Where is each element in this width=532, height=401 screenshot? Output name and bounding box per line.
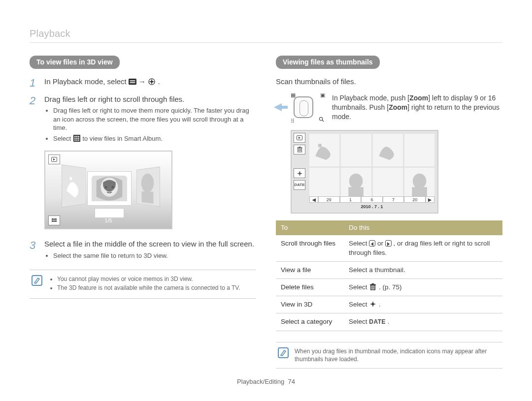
- svg-point-22: [69, 177, 72, 180]
- step-number: 2: [30, 94, 38, 145]
- step-2: 2 Drag files left or right to scroll thr…: [30, 94, 256, 145]
- svg-rect-12: [76, 139, 78, 141]
- th-to: To: [276, 220, 344, 235]
- note-icon: [32, 275, 42, 286]
- note-icon: [278, 347, 289, 358]
- date-icon: DATE: [369, 318, 386, 325]
- step2-sub2: Select to view files in Smart Album.: [53, 134, 256, 143]
- note-box-3d: You cannot play movies or voice memos in…: [30, 270, 256, 298]
- left-arrow-icon: [274, 103, 282, 111]
- zoom-lever-graphic: ▦ ▣ ⠿: [276, 93, 325, 123]
- svg-point-28: [319, 118, 322, 121]
- num-cell: 7: [383, 196, 404, 203]
- svg-rect-0: [129, 79, 136, 85]
- left-chevron-icon: [369, 240, 375, 247]
- num-cell: 20: [404, 196, 426, 203]
- cell-label: View a file: [276, 261, 344, 278]
- svg-rect-13: [78, 139, 79, 141]
- menu-icon: [129, 78, 136, 85]
- step-number: 3: [30, 239, 38, 262]
- svg-rect-8: [74, 138, 76, 139]
- svg-rect-16: [52, 218, 53, 220]
- svg-rect-5: [74, 136, 76, 137]
- svg-marker-15: [53, 158, 55, 161]
- svg-rect-7: [78, 136, 79, 137]
- play-icon: [294, 133, 305, 143]
- arrow-text: →: [138, 77, 148, 86]
- svg-point-41: [413, 174, 427, 189]
- 3d-fan-icon: [294, 168, 305, 178]
- table-header-row: To Do this: [276, 220, 502, 235]
- step2-sub2a: Select: [53, 135, 73, 142]
- step3-main: Select a file in the middle of the scree…: [44, 239, 256, 249]
- cell-do: Select or , or drag files left or right …: [344, 235, 502, 261]
- svg-rect-45: [372, 283, 374, 284]
- svg-rect-34: [299, 147, 300, 148]
- scan-subtext: Scan thumbnails of files.: [276, 77, 502, 87]
- page-footer: Playback/Editing 74: [30, 377, 502, 386]
- pill-thumbnails: Viewing files as thumbnails: [276, 56, 380, 69]
- note-text: When you drag files in thumbnail mode, i…: [295, 347, 500, 363]
- section-title: Playback: [30, 27, 502, 43]
- svg-line-29: [322, 121, 324, 122]
- right-column: Viewing files as thumbnails Scan thumbna…: [276, 56, 502, 369]
- step2-sub1: Drag files left or right to move them mo…: [53, 106, 256, 132]
- zoom-shuttle-icon: [294, 96, 313, 118]
- magnifier-icon: [319, 117, 324, 124]
- pill-3d-view: To view files in 3D view: [30, 56, 120, 69]
- actions-table: To Do this Scroll through files Select o…: [276, 220, 502, 331]
- next-arrow-icon: ▶: [426, 196, 434, 203]
- cell-do: Select . (p. 75): [344, 279, 502, 296]
- trash-icon: [294, 145, 305, 154]
- grid-icon: [73, 135, 81, 142]
- svg-rect-9: [76, 138, 78, 139]
- left-column: To view files in 3D view 1 In Playback m…: [30, 56, 256, 369]
- svg-rect-24: [142, 191, 154, 204]
- svg-point-26: [105, 186, 107, 188]
- date-icon: DATE: [294, 180, 305, 190]
- svg-point-27: [112, 186, 114, 188]
- svg-rect-2: [130, 82, 135, 83]
- cell-do: Select .: [344, 296, 502, 313]
- step-3: 3 Select a file in the middle of the scr…: [30, 239, 256, 262]
- cell-do: Select a thumbnail.: [344, 261, 502, 278]
- svg-rect-44: [370, 284, 376, 285]
- single-icon: ▣: [320, 92, 325, 99]
- svg-rect-10: [78, 138, 79, 139]
- svg-rect-17: [54, 218, 55, 220]
- 3d-fan-icon: [148, 78, 156, 85]
- num-cell: 6: [361, 196, 383, 203]
- th-do: Do this: [344, 220, 502, 235]
- step-1: 1 In Playback mode, select → .: [30, 77, 256, 89]
- svg-point-39: [349, 174, 363, 189]
- step-number: 1: [30, 77, 38, 89]
- svg-rect-11: [74, 139, 76, 141]
- thumbnail-grid: [309, 134, 434, 195]
- cell-label: Scroll through files: [276, 235, 344, 261]
- 3d-view-illustration: 1/5: [44, 151, 172, 229]
- zoom-text: In Playback mode, push [Zoom] left to di…: [332, 93, 502, 123]
- prev-arrow-icon: ◀: [309, 196, 318, 203]
- svg-point-38: [318, 144, 322, 148]
- svg-point-23: [141, 173, 154, 193]
- note-a: You cannot play movies or voice memos in…: [57, 275, 240, 283]
- svg-marker-31: [299, 137, 300, 139]
- note-box-thumbs: When you drag files in thumbnail mode, i…: [276, 342, 502, 369]
- step2-main: Drag files left or right to scroll throu…: [44, 94, 256, 104]
- thumbnail-view-illustration: DATE ◀ 29 1 6 7 20 ▶ 2: [291, 130, 438, 214]
- date-number-row: ◀ 29 1 6 7 20 ▶: [309, 196, 434, 203]
- svg-rect-18: [55, 218, 57, 220]
- step1-end: .: [158, 77, 160, 86]
- zoom-row: ▦ ▣ ⠿ In Playback mode, push [Zoom] left…: [276, 93, 502, 123]
- cell-label: Select a category: [276, 313, 344, 331]
- play-icon: [48, 154, 60, 164]
- svg-rect-1: [130, 80, 135, 81]
- 3d-fan-icon: [369, 301, 377, 308]
- svg-rect-6: [76, 136, 78, 137]
- table-row: View in 3D Select .: [276, 296, 502, 313]
- cell-do: Select DATE .: [344, 313, 502, 331]
- step2-sub2b: to view files in Smart Album.: [82, 135, 163, 142]
- trash-icon: [369, 283, 377, 290]
- svg-rect-21: [55, 220, 57, 222]
- table-row: Delete files Select . (p. 75): [276, 279, 502, 296]
